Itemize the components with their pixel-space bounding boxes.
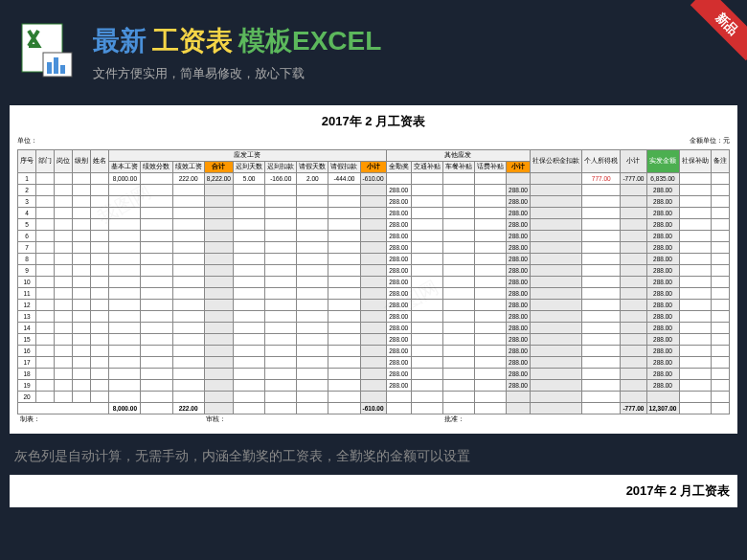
total-base: 8,000.00 xyxy=(109,403,141,414)
spreadsheet-preview: 2017年 2 月工资表 单位： 金额单位：元 序号 部门 岗位 级别 姓名 应… xyxy=(10,105,737,434)
col-perfpay: 绩效工资 xyxy=(172,162,204,173)
col-tax: 个人所得税 xyxy=(582,150,621,173)
col-meal: 车餐补贴 xyxy=(442,162,474,173)
bottom-title: 2017年 2 月工资表 xyxy=(626,483,730,498)
table-row: 10288.00288.00288.00 xyxy=(18,277,730,288)
col-level: 级别 xyxy=(73,150,91,173)
col-latefine: 迟到扣款 xyxy=(265,162,297,173)
excel-icon xyxy=(14,19,81,86)
sig-approver: 批准： xyxy=(442,414,729,426)
col-position: 岗位 xyxy=(55,150,73,173)
col-heji: 合计 xyxy=(204,162,233,173)
col-latedays: 迟到天数 xyxy=(234,162,265,173)
sig-reviewer: 审核： xyxy=(204,414,442,426)
table-row: 12288.00288.00288.00 xyxy=(18,300,730,311)
col-actual: 实发金额 xyxy=(646,150,679,173)
title-part2: 工资表 xyxy=(152,23,233,59)
header-text: 最新 工资表 模板EXCEL 文件方便实用，简单易修改，放心下载 xyxy=(93,23,733,82)
table-row: 3288.00288.00288.00 xyxy=(18,196,730,208)
col-leavedays: 请假天数 xyxy=(297,162,328,173)
table-row: 19288.00288.00288.00 xyxy=(18,380,730,392)
table-row: 15288.00288.00288.00 xyxy=(18,334,730,346)
table-row: 20 xyxy=(18,392,730,403)
col-subsidy: 社保补助 xyxy=(679,150,711,173)
table-row: 14288.00288.00288.00 xyxy=(18,323,730,334)
table-row: 18,000.00222.008,222.005.00-166.002.00-4… xyxy=(18,173,730,185)
group-qita: 其他应发 xyxy=(386,150,530,162)
title-part1: 最新 xyxy=(93,23,147,59)
currency-label: 金额单位：元 xyxy=(690,136,730,146)
total-perf: 222.00 xyxy=(172,403,204,414)
table-row: 18288.00288.00288.00 xyxy=(18,369,730,380)
col-subtotal2: 小计 xyxy=(507,162,531,173)
sig-maker: 制表： xyxy=(18,414,205,426)
col-name: 姓名 xyxy=(91,150,109,173)
total-sf: 12,307.00 xyxy=(646,403,679,414)
table-row: 17288.00288.00288.00 xyxy=(18,357,730,369)
table-row: 7288.00288.00288.00 xyxy=(18,242,730,254)
table-row: 16288.00288.00288.00 xyxy=(18,346,730,357)
col-social: 社保公积金扣款 xyxy=(531,150,582,173)
col-leavefine: 请假扣款 xyxy=(328,162,360,173)
svg-rect-4 xyxy=(60,65,65,74)
unit-label: 单位： xyxy=(17,136,37,146)
col-base: 基本工资 xyxy=(109,162,141,173)
col-perfscore: 绩效分数 xyxy=(141,162,172,173)
table-row: 5288.00288.00288.00 xyxy=(18,219,730,231)
sheet-title: 2017年 2 月工资表 xyxy=(17,113,730,130)
col-phone: 话费补贴 xyxy=(474,162,506,173)
table-row: 13288.00288.00288.00 xyxy=(18,311,730,323)
col-transport: 交通补贴 xyxy=(411,162,442,173)
table-row: 2288.00288.00288.00 xyxy=(18,185,730,196)
total-xj3: -777.00 xyxy=(621,403,646,414)
col-subtotal3: 小计 xyxy=(621,150,646,173)
description: 灰色列是自动计算，无需手动，内涵全勤奖的工资表，全勤奖的金额可以设置 xyxy=(0,434,747,475)
totals-row: 8,000.00 222.00 -610.00 -777.00 12,307.0… xyxy=(18,403,730,414)
header-group-row: 序号 部门 岗位 级别 姓名 应发工资 其他应发 社保公积金扣款 个人所得税 小… xyxy=(18,150,730,162)
table-row: 11288.00288.00288.00 xyxy=(18,288,730,300)
col-remark: 备注 xyxy=(711,150,729,173)
signature-row: 制表： 审核： 批准： xyxy=(18,414,730,426)
col-dept: 部门 xyxy=(36,150,55,173)
new-badge: 新品 xyxy=(680,0,747,67)
title-part3: 模板EXCEL xyxy=(238,23,381,59)
table-row: 8288.00288.00288.00 xyxy=(18,254,730,265)
bottom-preview: 2017年 2 月工资表 xyxy=(10,475,737,507)
main-title: 最新 工资表 模板EXCEL xyxy=(93,23,733,59)
group-yingfa: 应发工资 xyxy=(109,150,386,162)
badge-text: 新品 xyxy=(690,0,747,60)
col-attendance: 全勤奖 xyxy=(386,162,411,173)
salary-table: 序号 部门 岗位 级别 姓名 应发工资 其他应发 社保公积金扣款 个人所得税 小… xyxy=(17,149,730,426)
table-row: 6288.00288.00288.00 xyxy=(18,231,730,242)
header: 最新 工资表 模板EXCEL 文件方便实用，简单易修改，放心下载 xyxy=(0,0,747,105)
table-row: 9288.00288.00288.00 xyxy=(18,265,730,277)
subtitle: 文件方便实用，简单易修改，放心下载 xyxy=(93,65,733,82)
col-subtotal1: 小计 xyxy=(360,162,386,173)
table-row: 4288.00288.00288.00 xyxy=(18,208,730,219)
svg-rect-2 xyxy=(47,62,52,74)
sheet-meta: 单位： 金额单位：元 xyxy=(17,136,730,146)
svg-rect-3 xyxy=(54,57,58,74)
total-xj1: -610.00 xyxy=(360,403,386,414)
col-seq: 序号 xyxy=(18,150,36,173)
